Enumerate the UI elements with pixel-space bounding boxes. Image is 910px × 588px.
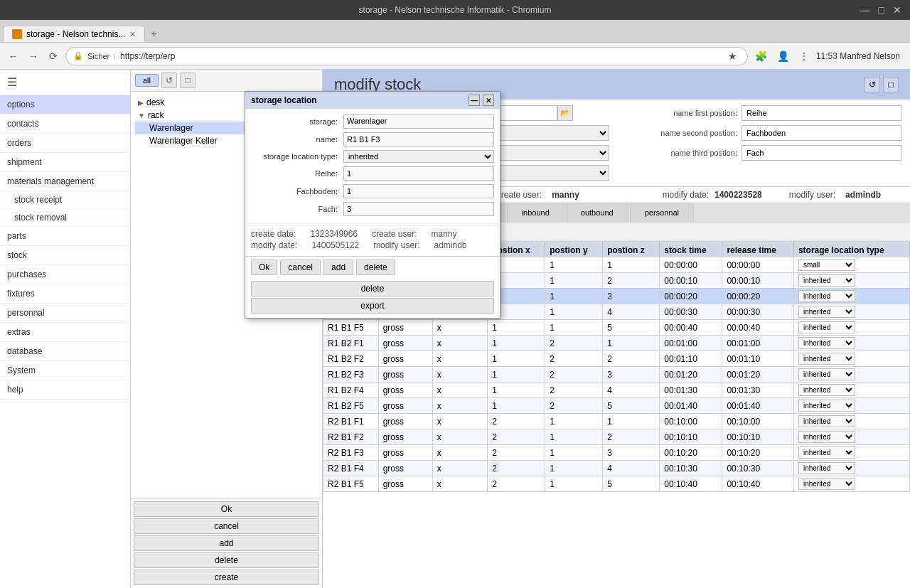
tab-outbound[interactable]: outbound — [566, 203, 628, 222]
popup-name-input[interactable]: R1 B1 F3 — [343, 132, 494, 146]
cell-loc-type[interactable]: inherited small — [793, 383, 909, 398]
close-button[interactable]: ✕ — [890, 4, 904, 16]
sidebar-item-options[interactable]: options — [0, 95, 130, 114]
cell-loc-type[interactable]: inherited small — [793, 461, 909, 476]
sidebar-item-system[interactable]: System — [0, 361, 130, 380]
table-row[interactable]: R1 B2 F5 gross x 1 2 5 00:01:40 00:01:40… — [323, 398, 910, 414]
browser-tab[interactable]: storage - Nelson technis... ✕ — [3, 26, 145, 42]
cell-loc-type[interactable]: inherited small — [793, 476, 909, 492]
popup-export-button[interactable]: export — [251, 298, 494, 314]
minimize-button[interactable]: — — [857, 4, 873, 16]
menu-button[interactable]: ⋮ — [796, 49, 812, 63]
tree-refresh-icon[interactable]: ↺ — [161, 73, 177, 88]
popup-add-button[interactable]: add — [323, 260, 353, 275]
loc-type-select[interactable]: inherited small — [798, 384, 855, 396]
reload-button[interactable]: ⟳ — [46, 48, 61, 64]
loc-type-select[interactable]: inherited small — [798, 368, 855, 380]
tree-ok-button[interactable]: Ok — [134, 501, 319, 517]
cell-loc-type[interactable]: inherited small — [793, 304, 909, 320]
table-row[interactable]: R1 B2 F2 gross x 1 2 2 00:01:10 00:01:10… — [323, 351, 910, 367]
table-row[interactable]: R2 B1 F5 gross x 2 1 5 00:10:40 00:10:40… — [323, 476, 910, 492]
sidebar-item-stock-receipt[interactable]: stock receipt — [0, 191, 130, 209]
loc-type-select[interactable]: inherited small — [798, 478, 855, 490]
cell-loc-type[interactable]: small inherited — [793, 257, 909, 273]
sidebar-item-parts[interactable]: parts — [0, 227, 130, 246]
table-row[interactable]: R2 B1 F2 gross x 2 1 2 00:10:10 00:10:10… — [323, 429, 910, 445]
loc-type-select[interactable]: inherited small — [798, 353, 855, 365]
tree-add-button[interactable]: add — [134, 535, 319, 551]
loc-type-select[interactable]: inherited small — [798, 447, 855, 459]
sidebar-item-purchases[interactable]: purchases — [0, 265, 130, 284]
header-refresh-icon[interactable]: ↺ — [864, 77, 880, 92]
sidebar-item-materials[interactable]: materials management — [0, 172, 130, 191]
cell-loc-type[interactable]: inherited small — [793, 289, 909, 304]
cell-loc-type[interactable]: inherited small — [793, 320, 909, 336]
address-box[interactable]: 🔒 Sicher | https://terp/erp ★ — [65, 47, 748, 65]
popup-reihe-input[interactable]: 1 — [343, 166, 494, 181]
tree-cancel-button[interactable]: cancel — [134, 518, 319, 534]
sidebar-item-shipment[interactable]: shipment — [0, 153, 130, 172]
table-row[interactable]: R2 B1 F3 gross x 2 1 3 00:10:20 00:10:20… — [323, 445, 910, 461]
hamburger-menu[interactable]: ☰ — [0, 70, 130, 95]
loc-type-select[interactable]: small inherited — [798, 259, 855, 271]
sidebar-item-help[interactable]: help — [0, 380, 130, 400]
popup-loc-type-select[interactable]: inherited — [343, 150, 494, 163]
popup-close-icon[interactable]: ✕ — [483, 95, 494, 106]
all-filter-button[interactable]: all — [135, 74, 159, 87]
loc-type-select[interactable]: inherited small — [798, 321, 855, 333]
description-open-icon[interactable]: 📂 — [557, 105, 573, 121]
tree-create-button[interactable]: create — [134, 570, 319, 585]
sidebar-item-stock[interactable]: stock — [0, 246, 130, 265]
tree-expand-icon[interactable]: □ — [180, 73, 196, 88]
popup-fach-input[interactable]: 3 — [343, 202, 494, 216]
popup-delete-button[interactable]: delete — [356, 260, 395, 275]
table-row[interactable]: R2 B1 F1 gross x 2 1 1 00:10:00 00:10:00… — [323, 414, 910, 429]
loc-type-select[interactable]: inherited small — [798, 462, 855, 474]
maximize-button[interactable]: □ — [876, 4, 887, 16]
sidebar-item-fixtures[interactable]: fixtures — [0, 284, 130, 304]
sidebar-item-extras[interactable]: extras — [0, 323, 130, 342]
cell-loc-type[interactable]: inherited small — [793, 445, 909, 461]
popup-fachboden-input[interactable]: 1 — [343, 184, 494, 198]
loc-type-select[interactable]: inherited small — [798, 415, 855, 427]
header-maximize-icon[interactable]: □ — [883, 77, 899, 92]
sidebar-item-personnal[interactable]: personnal — [0, 304, 130, 323]
tree-delete-button[interactable]: delete — [134, 552, 319, 568]
loc-type-select[interactable]: inherited small — [798, 337, 855, 349]
bookmark-icon[interactable]: ★ — [725, 49, 740, 63]
name-third-postion-input[interactable]: Fach — [742, 145, 901, 161]
popup-cancel-button[interactable]: cancel — [280, 260, 321, 275]
extensions-button[interactable]: 🧩 — [752, 49, 770, 63]
cell-loc-type[interactable]: inherited small — [793, 398, 909, 414]
loc-type-select[interactable]: inherited small — [798, 431, 855, 443]
name-second-postion-input[interactable]: Fachboden — [742, 125, 901, 141]
new-tab-button[interactable]: + — [145, 25, 162, 42]
loc-type-select[interactable]: inherited small — [798, 274, 855, 287]
sidebar-item-database[interactable]: database — [0, 342, 130, 361]
loc-type-select[interactable]: inherited small — [798, 290, 855, 302]
cell-loc-type[interactable]: inherited small — [793, 351, 909, 367]
table-row[interactable]: R1 B1 F5 gross x 1 1 5 00:00:40 00:00:40… — [323, 320, 910, 336]
profile-button[interactable]: 👤 — [774, 49, 792, 63]
cell-loc-type[interactable]: inherited small — [793, 414, 909, 429]
loc-type-select[interactable]: inherited small — [798, 400, 855, 412]
tab-close-icon[interactable]: ✕ — [129, 30, 136, 39]
table-row[interactable]: R1 B2 F3 gross x 1 2 3 00:01:20 00:01:20… — [323, 367, 910, 383]
name-first-postion-input[interactable]: Reihe — [742, 105, 901, 121]
back-button[interactable]: ← — [6, 48, 21, 64]
sidebar-item-stock-removal[interactable]: stock removal — [0, 209, 130, 227]
popup-delete2-button[interactable]: delete — [251, 281, 494, 296]
table-row[interactable]: R2 B1 F4 gross x 2 1 4 00:10:30 00:10:30… — [323, 461, 910, 476]
sidebar-item-contacts[interactable]: contacts — [0, 114, 130, 134]
forward-button[interactable]: → — [26, 48, 41, 64]
popup-ok-button[interactable]: Ok — [251, 260, 277, 275]
cell-loc-type[interactable]: inherited small — [793, 336, 909, 351]
cell-loc-type[interactable]: inherited small — [793, 367, 909, 383]
cell-loc-type[interactable]: inherited small — [793, 273, 909, 289]
sidebar-item-orders[interactable]: orders — [0, 134, 130, 153]
tab-inbound[interactable]: inbound — [507, 203, 564, 222]
loc-type-select[interactable]: inherited small — [798, 306, 855, 318]
popup-minimize-icon[interactable]: — — [469, 95, 480, 106]
cell-loc-type[interactable]: inherited small — [793, 429, 909, 445]
tab-personnal[interactable]: personnal — [630, 203, 694, 222]
